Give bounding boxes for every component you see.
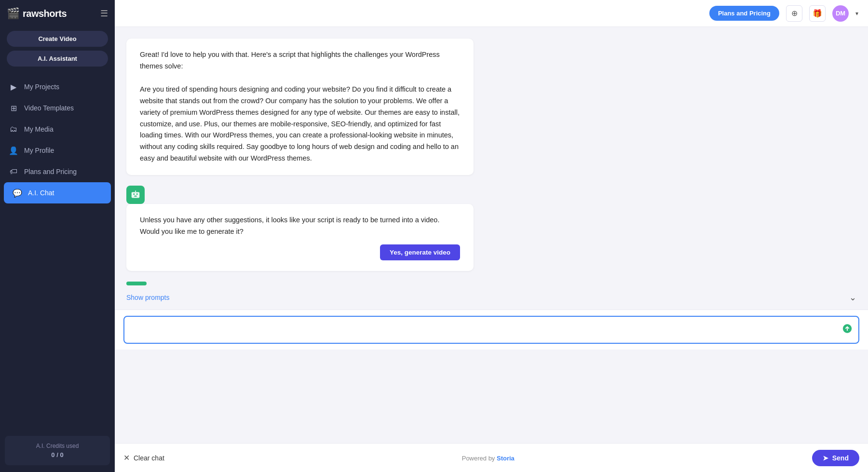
generate-video-button[interactable]: Yes, generate video [380,244,460,260]
svg-point-5 [135,191,136,192]
x-icon: ✕ [123,453,130,462]
chat-input[interactable] [124,317,858,341]
loading-bar [126,282,147,285]
send-button[interactable]: ➤ Send [812,450,859,466]
chat-area: Great! I'd love to help you with that. H… [115,27,868,443]
storia-link[interactable]: Storia [497,455,515,462]
logo-area: 🎬 rawshorts [7,7,67,20]
media-icon: 🗂 [9,124,18,134]
hamburger-icon[interactable]: ☰ [100,8,108,19]
chat-text-1: Great! I'd love to help you with that. H… [140,51,460,162]
main-content: Plans and Pricing ⊕ 🎁 DM ▾ Great! I'd lo… [115,0,868,472]
chat-message-2: Unless you have any other suggestions, i… [115,204,868,271]
avatar[interactable]: DM [832,5,849,22]
sidebar-item-label: My Profile [24,147,54,154]
gift-icon: 🎁 [813,9,822,18]
sidebar-item-label: Plans and Pricing [24,168,77,175]
sidebar-buttons: Create Video A.I. Assistant [0,27,115,74]
chat-text-2: Unless you have any other suggestions, i… [140,216,439,235]
clear-chat-label: Clear chat [134,454,164,462]
create-video-button[interactable]: Create Video [7,31,108,47]
avatar-chevron-icon[interactable]: ▾ [855,10,858,17]
chat-bubble-1: Great! I'd love to help you with that. H… [126,39,474,175]
svg-rect-2 [136,193,138,195]
sidebar-item-plans-and-pricing[interactable]: 🏷 Plans and Pricing [0,161,115,182]
sidebar: 🎬 rawshorts ☰ Create Video A.I. Assistan… [0,0,115,472]
chat-message-1: Great! I'd love to help you with that. H… [115,39,868,175]
sidebar-item-label: Video Templates [24,104,74,112]
sidebar-item-my-projects[interactable]: ▶ My Projects [0,76,115,97]
sidebar-item-ai-chat[interactable]: 💬 A.I. Chat [4,182,111,203]
chat-icon: 💬 [13,188,22,198]
clear-chat-button[interactable]: ✕ Clear chat [123,453,164,462]
sidebar-header: 🎬 rawshorts ☰ [0,0,115,27]
svg-rect-0 [132,192,140,198]
chevron-down-icon: ⌄ [849,292,856,303]
credits-label: A.I. Credits used [12,443,103,449]
plans-icon: 🏷 [9,167,18,176]
show-prompts-label: Show prompts [126,294,169,301]
sidebar-nav: ▶ My Projects ⊞ Video Templates 🗂 My Med… [0,74,115,431]
send-label: Send [832,454,849,462]
play-icon: ▶ [9,82,18,92]
chat-input-wrapper [123,316,859,344]
sidebar-item-label: My Projects [24,83,59,91]
profile-icon: 👤 [9,146,18,155]
logo-icon: 🎬 [7,7,20,20]
svg-rect-1 [133,193,135,195]
svg-rect-3 [134,196,137,197]
credits-value: 0 / 0 [12,451,103,459]
sidebar-item-my-profile[interactable]: 👤 My Profile [0,140,115,161]
ai-assistant-button[interactable]: A.I. Assistant [7,51,108,67]
bottom-bar: ✕ Clear chat Powered by Storia ➤ Send [115,443,868,472]
sidebar-footer: A.I. Credits used 0 / 0 [5,436,110,465]
gift-icon-button[interactable]: 🎁 [809,5,826,22]
send-arrow-icon: ➤ [823,454,828,462]
add-icon-button[interactable]: ⊕ [786,5,802,22]
show-prompts-row[interactable]: Show prompts ⌄ [115,285,868,310]
sidebar-item-video-templates[interactable]: ⊞ Video Templates [0,97,115,119]
powered-by-label: Powered by [462,455,495,462]
template-icon: ⊞ [9,103,18,113]
sidebar-item-my-media[interactable]: 🗂 My Media [0,119,115,140]
plus-icon: ⊕ [791,9,798,18]
send-icon[interactable] [842,324,853,337]
input-area [115,310,868,350]
sidebar-item-label: A.I. Chat [28,189,54,197]
topbar: Plans and Pricing ⊕ 🎁 DM ▾ [115,0,868,27]
logo-text: rawshorts [23,8,67,19]
plans-and-pricing-button[interactable]: Plans and Pricing [709,6,779,21]
chat-bubble-2: Unless you have any other suggestions, i… [126,204,474,271]
ai-avatar-icon [126,186,145,204]
powered-by: Powered by Storia [462,454,515,462]
robot-icon [130,189,141,200]
sidebar-item-label: My Media [24,125,54,133]
